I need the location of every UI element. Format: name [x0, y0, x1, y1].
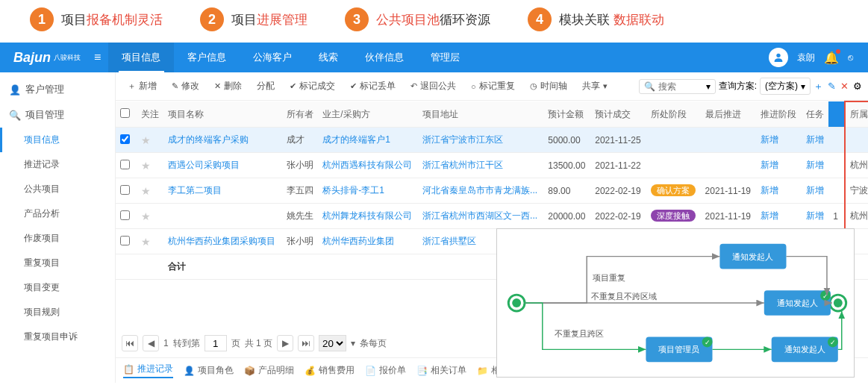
- assign-button[interactable]: 分配: [251, 77, 281, 96]
- scheme-select[interactable]: (空方案)▾: [760, 78, 811, 95]
- sidebar-group-customer[interactable]: 👤 客户管理: [0, 77, 115, 102]
- return-pool-button[interactable]: ↶退回公共: [405, 77, 462, 96]
- plus-icon: ＋: [128, 81, 136, 92]
- circle-icon: ○: [471, 82, 476, 91]
- sidebar-item-project-info[interactable]: 项目信息: [0, 128, 115, 152]
- star-icon[interactable]: ★: [141, 160, 151, 172]
- subtab-icon: 📑: [416, 366, 428, 376]
- subtab-icon: 💰: [305, 366, 316, 376]
- nav-tab-public-customer[interactable]: 公海客户: [240, 43, 305, 72]
- last-page-button[interactable]: ⏭: [298, 335, 314, 351]
- row-checkbox[interactable]: [120, 210, 130, 220]
- sidebar-item-dup-projects[interactable]: 重复项目: [0, 251, 115, 275]
- close-icon: ✕: [214, 81, 221, 91]
- mark-lose-button[interactable]: ✔标记丢单: [344, 77, 402, 96]
- sidebar-item-dup-appeal[interactable]: 重复项目申诉: [0, 325, 115, 349]
- address-link[interactable]: 浙江省宁波市江东区: [422, 134, 503, 145]
- logout-icon[interactable]: ⎋: [848, 52, 853, 63]
- next-page-button[interactable]: ▶: [277, 335, 293, 351]
- nav-tab-partner-info[interactable]: 伙伴信息: [352, 43, 417, 72]
- add-scheme-icon[interactable]: ＋: [814, 80, 823, 93]
- sidebar: 👤 客户管理 🔍 项目管理 项目信息 推进记录 公共项目 产品分析 作废项目 重…: [0, 72, 116, 383]
- chevron-down-icon[interactable]: ▾: [706, 81, 711, 92]
- feature-2: 2 项目进展管理: [200, 7, 307, 31]
- project-name-link[interactable]: 李工第二项目: [168, 185, 222, 195]
- nav-tab-project-info[interactable]: 项目信息: [108, 43, 174, 72]
- avatar[interactable]: [769, 48, 788, 67]
- subtab-icon: 📄: [365, 366, 376, 376]
- subtab[interactable]: 📄报价单: [365, 363, 406, 378]
- nav-tab-management[interactable]: 管理层: [417, 43, 473, 72]
- subtab[interactable]: 📋推进记录: [123, 363, 173, 378]
- chevron-down-icon: ▾: [801, 81, 805, 92]
- row-checkbox[interactable]: [120, 134, 130, 144]
- page-input[interactable]: [204, 335, 227, 351]
- user-name: 袁朗: [797, 51, 815, 64]
- project-name-link[interactable]: 杭州华西药业集团采购项目: [168, 236, 275, 246]
- star-icon[interactable]: ★: [141, 210, 151, 222]
- row-checkbox[interactable]: [120, 236, 130, 245]
- table-row[interactable]: ★ 姚先生 杭州舞龙科技有限公司 浙江省杭州市西湖区文一西... 20000.0…: [116, 204, 868, 229]
- svg-text:✓: ✓: [705, 339, 711, 346]
- select-all-checkbox[interactable]: [120, 108, 130, 118]
- buyer-link[interactable]: 杭州舞龙科技有限公司: [322, 210, 412, 221]
- mark-deal-button[interactable]: ✔标记成交: [284, 77, 341, 96]
- delete-scheme-icon[interactable]: ✕: [840, 81, 849, 92]
- feature-1: 1 项目报备机制灵活: [30, 7, 163, 31]
- star-icon[interactable]: ★: [141, 185, 151, 197]
- sidebar-item-public-projects[interactable]: 公共项目: [0, 177, 115, 201]
- prev-page-button[interactable]: ◀: [143, 335, 159, 351]
- subtab[interactable]: 📦产品明细: [244, 363, 294, 378]
- address-link[interactable]: 浙江省杭州市江干区: [422, 160, 503, 170]
- nav-tab-leads[interactable]: 线索: [305, 43, 352, 72]
- row-checkbox[interactable]: [120, 160, 130, 169]
- svg-text:项目重复: 项目重复: [593, 273, 625, 282]
- address-link[interactable]: 浙江省杭州市西湖区文一西...: [422, 210, 537, 221]
- mark-dup-button[interactable]: ○标记重复: [465, 77, 521, 96]
- logo[interactable]: Bajun 八骏科技: [7, 50, 87, 66]
- svg-text:通知发起人: 通知发起人: [777, 298, 818, 307]
- sidebar-group-project[interactable]: 🔍 项目管理: [0, 102, 115, 128]
- subtab[interactable]: 📑相关订单: [416, 363, 466, 378]
- table-row[interactable]: ★ 李工第二项目 李五四 桥头排骨-李工1 河北省秦皇岛市市青龙满族... 89…: [116, 178, 868, 204]
- buyer-link[interactable]: 成才的终端客户1: [322, 134, 390, 145]
- star-icon[interactable]: ★: [141, 134, 151, 146]
- table-row[interactable]: ★ 西遇公司采购项目 张小明 杭州西遇科技有限公司 浙江省杭州市江干区 1350…: [116, 153, 868, 178]
- stage-badge: 确认方案: [651, 184, 696, 196]
- edit-scheme-icon[interactable]: ✎: [828, 81, 836, 92]
- timeline-button[interactable]: ◷时间轴: [524, 77, 573, 96]
- project-name-link[interactable]: 成才的终端客户采购: [168, 134, 249, 145]
- notification-icon[interactable]: 🔔: [824, 51, 839, 65]
- address-link[interactable]: 河北省秦皇岛市市青龙满族...: [422, 185, 537, 195]
- stage-badge: 深度接触: [651, 210, 696, 222]
- sidebar-item-void-projects[interactable]: 作废项目: [0, 226, 115, 251]
- star-icon[interactable]: ★: [141, 236, 151, 248]
- settings-icon[interactable]: ⚙: [853, 81, 862, 92]
- buyer-link[interactable]: 杭州西遇科技有限公司: [322, 160, 412, 170]
- sidebar-item-project-change[interactable]: 项目变更: [0, 275, 115, 300]
- svg-text:不重复且跨区: 不重复且跨区: [555, 329, 604, 338]
- subtab[interactable]: 👤项目角色: [184, 363, 234, 378]
- nav-tab-customer-info[interactable]: 客户信息: [174, 43, 240, 72]
- buyer-link[interactable]: 杭州华西药业集团: [322, 236, 394, 246]
- subtab[interactable]: 💰销售费用: [305, 363, 355, 378]
- pencil-icon: ✎: [172, 81, 178, 91]
- svg-text:不重复且不跨区域: 不重复且不跨区域: [591, 292, 657, 301]
- menu-toggle-icon[interactable]: ≡: [94, 51, 101, 64]
- address-link[interactable]: 浙江省拱墅区: [422, 236, 476, 246]
- row-checkbox[interactable]: [120, 185, 130, 195]
- table-row[interactable]: ★ 成才的终端客户采购 成才 成才的终端客户1 浙江省宁波市江东区 5000.0…: [116, 128, 868, 153]
- delete-button[interactable]: ✕删除: [208, 77, 248, 96]
- project-name-link[interactable]: 西遇公司采购项目: [168, 160, 240, 170]
- buyer-link[interactable]: 桥头排骨-李工1: [322, 185, 384, 195]
- add-button[interactable]: ＋新增: [122, 77, 163, 96]
- sidebar-item-product-analysis[interactable]: 产品分析: [0, 201, 115, 226]
- search-input[interactable]: 🔍 ▾: [639, 79, 716, 94]
- first-page-button[interactable]: ⏮: [122, 335, 138, 351]
- page-size-select[interactable]: 20: [319, 335, 346, 351]
- sidebar-item-push-records[interactable]: 推进记录: [0, 152, 115, 177]
- chevron-down-icon: ▾: [603, 81, 608, 91]
- edit-button[interactable]: ✎修改: [166, 77, 205, 96]
- share-button[interactable]: 共享▾: [576, 77, 613, 96]
- sidebar-item-project-rules[interactable]: 项目规则: [0, 300, 115, 325]
